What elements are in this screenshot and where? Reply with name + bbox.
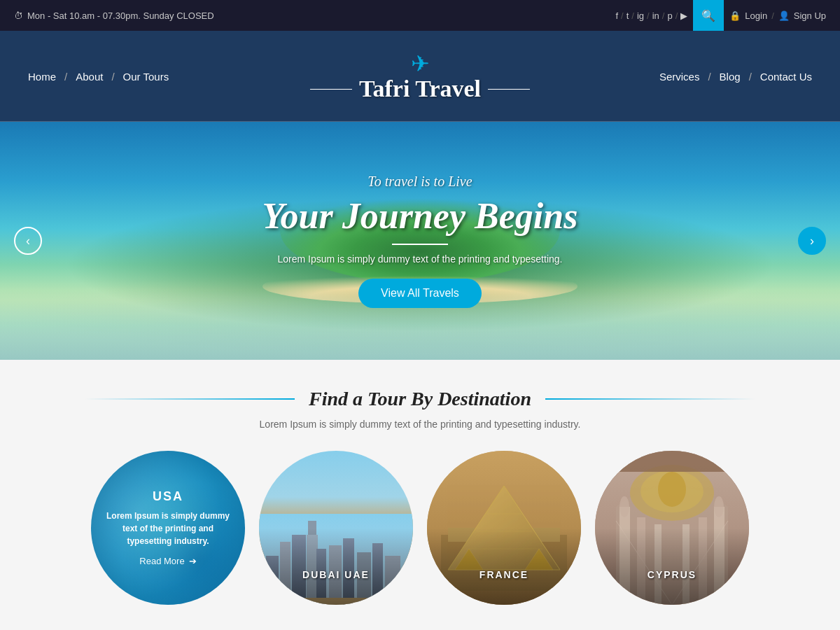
svg-rect-12	[259, 598, 413, 605]
twitter-icon[interactable]: t	[626, 10, 629, 21]
svg-rect-1	[266, 556, 279, 605]
signup-link[interactable]: Sign Up	[794, 10, 826, 21]
svg-rect-2	[280, 542, 290, 605]
svg-rect-28	[637, 517, 645, 605]
logo-text[interactable]: Tafri Travel	[359, 76, 481, 102]
social-links: f / t / ig / in / p / ▶	[615, 10, 687, 21]
nav-about[interactable]: About	[76, 71, 103, 83]
svg-rect-10	[372, 543, 383, 605]
hero-content: To travel is to Live Your Journey Begins…	[262, 174, 578, 308]
hero-title: Your Journey Begins	[262, 195, 578, 237]
svg-rect-4	[308, 521, 316, 605]
nav-our-tours[interactable]: Our Tours	[123, 71, 169, 83]
svg-rect-15	[448, 528, 560, 542]
nav-contact-us[interactable]: Contact Us	[760, 71, 812, 83]
youtube-icon[interactable]: ▶	[680, 10, 687, 21]
svg-marker-22	[455, 549, 483, 570]
nav-blog[interactable]: Blog	[720, 71, 741, 83]
pinterest-icon[interactable]: p	[667, 10, 672, 21]
nav-home[interactable]: Home	[28, 71, 56, 83]
svg-point-33	[620, 496, 629, 517]
svg-rect-0	[259, 514, 413, 605]
hero-description: Lorem Ipsum is simply dummy text of the …	[262, 253, 578, 265]
hero-section: ‹ To travel is to Live Your Journey Begi…	[0, 122, 840, 360]
usa-read-more[interactable]: Read More ➔	[139, 556, 196, 566]
facebook-icon[interactable]: f	[615, 10, 618, 21]
dubai-label: DUBAI UAE	[302, 569, 370, 580]
read-more-label: Read More	[139, 556, 184, 566]
svg-marker-23	[525, 549, 553, 570]
top-bar-right: f / t / ig / in / p / ▶ 🔍 🔒 Login / 👤 Si…	[615, 0, 826, 31]
business-hours: Mon - Sat 10.am - 07.30pm. Sunday CLOSED	[27, 10, 214, 21]
france-background	[427, 451, 581, 605]
svg-line-26	[672, 521, 728, 605]
logo-line-right	[488, 89, 530, 90]
svg-point-37	[658, 472, 686, 507]
svg-rect-29	[654, 524, 662, 605]
view-travels-button[interactable]: View All Travels	[358, 279, 482, 308]
svg-point-34	[714, 496, 724, 517]
section-line-left	[85, 398, 295, 400]
destination-dubai[interactable]: DUBAI UAE	[259, 451, 413, 605]
section-description: Lorem Ipsum is simply dummy text of the …	[28, 419, 812, 430]
svg-rect-32	[682, 524, 690, 605]
section-header: Find a Tour By Destination	[28, 388, 812, 410]
carousel-next-button[interactable]: ›	[798, 227, 826, 255]
dubai-background	[259, 451, 413, 605]
logo-line-left	[310, 89, 352, 90]
top-bar: ⏱ Mon - Sat 10.am - 07.30pm. Sunday CLOS…	[0, 0, 840, 31]
header: Home / About / Our Tours ✈ Tafri Travel …	[0, 31, 840, 122]
svg-line-25	[616, 521, 672, 605]
auth-links: 🔒 Login / 👤 Sign Up	[729, 10, 826, 21]
nav-right: Services / Blog / Contact Us	[659, 71, 812, 83]
svg-rect-14	[441, 535, 567, 591]
destination-cyprus[interactable]: CYPRUS	[595, 451, 749, 605]
svg-rect-27	[620, 507, 630, 605]
logo-icon: ✈	[411, 50, 430, 77]
nav-services[interactable]: Services	[659, 71, 700, 83]
linkedin-icon[interactable]: in	[652, 10, 659, 21]
svg-rect-30	[714, 507, 724, 605]
usa-name: USA	[153, 489, 183, 504]
lock-icon: 🔒	[729, 10, 741, 21]
section-line-right	[545, 398, 755, 400]
hours-info: ⏱ Mon - Sat 10.am - 07.30pm. Sunday CLOS…	[14, 10, 214, 21]
destinations-grid: USA Lorem Ipsum is simply dummy text of …	[28, 451, 812, 605]
user-icon: 👤	[778, 10, 790, 21]
cyprus-label: CYPRUS	[648, 569, 696, 580]
svg-rect-13	[427, 451, 581, 605]
cyprus-church	[595, 451, 749, 605]
destination-france[interactable]: FRANCE	[427, 451, 581, 605]
svg-rect-11	[385, 556, 400, 605]
instagram-icon[interactable]: ig	[637, 10, 644, 21]
cyprus-background	[595, 451, 749, 605]
section-title: Find a Tour By Destination	[309, 388, 531, 410]
france-label: FRANCE	[479, 569, 528, 580]
france-pyramid	[427, 451, 581, 605]
svg-rect-31	[699, 517, 707, 605]
search-button[interactable]: 🔍	[693, 0, 724, 31]
arrow-right-icon: ➔	[189, 556, 197, 566]
hero-divider	[392, 244, 448, 245]
logo-lines: Tafri Travel	[310, 76, 530, 102]
usa-description: Lorem Ipsum is simply dummy text of the …	[91, 510, 245, 547]
destinations-section: Find a Tour By Destination Lorem Ipsum i…	[0, 360, 840, 630]
login-link[interactable]: Login	[745, 10, 767, 21]
destination-usa[interactable]: USA Lorem Ipsum is simply dummy text of …	[91, 451, 245, 605]
carousel-prev-button[interactable]: ‹	[14, 227, 42, 255]
clock-icon: ⏱	[14, 10, 23, 21]
logo-area: ✈ Tafri Travel	[310, 50, 530, 102]
svg-rect-38	[595, 451, 749, 472]
dubai-skyline	[259, 514, 413, 605]
hero-subtitle: To travel is to Live	[262, 174, 578, 190]
nav-left: Home / About / Our Tours	[28, 71, 169, 83]
